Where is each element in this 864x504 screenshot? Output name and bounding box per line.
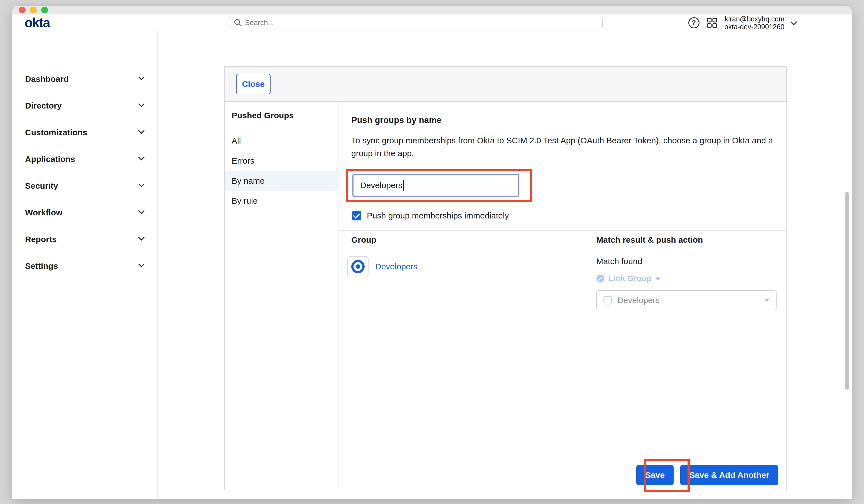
chevron-down-icon <box>791 19 797 25</box>
group-placeholder-icon <box>603 296 612 304</box>
annotation-input-highlight: Developers <box>346 169 532 202</box>
header-right-cluster: ? kiran@boxyhq.com okta-dev-20901260 <box>688 14 796 31</box>
page-title: Push groups by name <box>351 115 786 125</box>
help-icon[interactable]: ? <box>688 17 699 28</box>
sidebar-nav: Dashboard Directory Customizations Appli… <box>12 31 158 499</box>
chevron-down-icon <box>138 208 145 214</box>
table-header-row: Group Match result & push action <box>338 231 786 249</box>
account-email: kiran@boxyhq.com <box>724 15 784 23</box>
save-add-another-button[interactable]: Save & Add Another <box>680 465 778 485</box>
global-search[interactable] <box>229 17 603 28</box>
sidebar-item-directory[interactable]: Directory <box>12 92 157 119</box>
account-menu[interactable]: kiran@boxyhq.com okta-dev-20901260 <box>724 15 784 31</box>
link-group-dropdown[interactable]: Link Group <box>596 274 786 283</box>
match-cell: Match found <box>596 249 786 323</box>
subnav-item-by-rule[interactable]: By rule <box>225 191 338 211</box>
sidebar-item-customizations[interactable]: Customizations <box>12 119 157 146</box>
chevron-down-icon <box>138 234 145 241</box>
sidebar-item-dashboard[interactable]: Dashboard <box>12 66 157 92</box>
subnav-title: Pushed Groups <box>225 111 338 122</box>
caret-down-icon <box>764 299 769 302</box>
match-status-text: Match found <box>596 256 786 266</box>
app-header: okta ? kiran@boxyhq.com okta- <box>12 14 852 31</box>
link-icon <box>596 274 604 283</box>
sidebar-item-reports[interactable]: Reports <box>12 226 157 253</box>
panel-topbar: Close <box>225 67 786 102</box>
sidebar-item-applications[interactable]: Applications <box>12 146 157 172</box>
window-titlebar <box>12 5 852 14</box>
group-cell: Developers <box>338 249 596 277</box>
group-search-value: Developers <box>360 181 403 190</box>
search-icon <box>234 19 242 26</box>
link-group-label: Link Group <box>609 274 652 283</box>
search-input[interactable] <box>245 19 598 27</box>
sidebar-item-workflow[interactable]: Workflow <box>12 199 157 226</box>
app-body: Dashboard Directory Customizations Appli… <box>12 31 852 499</box>
push-by-name-panel: Push groups by name To sync group member… <box>338 102 786 490</box>
app-window: okta ? kiran@boxyhq.com okta- <box>12 5 852 499</box>
push-immediately-label: Push group memberships immediately <box>367 211 509 220</box>
group-search-input[interactable]: Developers <box>352 174 519 197</box>
close-button[interactable]: Close <box>236 74 271 94</box>
panel-description: To sync group memberships from Okta to S… <box>351 134 773 160</box>
group-name-link[interactable]: Developers <box>375 262 418 271</box>
account-org: okta-dev-20901260 <box>724 23 784 31</box>
subnav-item-errors[interactable]: Errors <box>225 151 338 171</box>
table-row: Developers Match found <box>338 249 786 323</box>
traffic-light-close-icon[interactable] <box>19 7 26 13</box>
caret-down-icon <box>656 277 661 280</box>
subnav-item-by-name[interactable]: By name <box>225 171 338 191</box>
linked-group-select[interactable]: Developers <box>596 290 777 310</box>
match-table: Group Match result & push action Develop… <box>338 230 786 323</box>
pushed-groups-panel: Close Pushed Groups All Errors By name B… <box>224 66 787 490</box>
main-content: Close Pushed Groups All Errors By name B… <box>158 31 852 499</box>
column-header-match: Match result & push action <box>596 235 703 244</box>
push-immediately-row: Push group memberships immediately <box>351 211 786 220</box>
save-button[interactable]: Save <box>636 465 674 485</box>
sidebar-item-security[interactable]: Security <box>12 172 157 199</box>
desktop-background: okta ? kiran@boxyhq.com okta- <box>0 0 864 504</box>
push-immediately-checkbox[interactable] <box>352 211 361 220</box>
vertical-scrollbar[interactable] <box>845 192 849 389</box>
chevron-down-icon <box>138 101 145 107</box>
apps-grid-icon[interactable] <box>707 17 717 28</box>
chevron-down-icon <box>138 74 145 81</box>
linked-group-value: Developers <box>617 296 660 305</box>
traffic-light-zoom-icon[interactable] <box>41 7 48 13</box>
traffic-light-minimize-icon[interactable] <box>30 7 37 13</box>
group-avatar <box>347 256 369 277</box>
chevron-down-icon <box>138 128 145 134</box>
text-cursor <box>403 180 404 191</box>
pushed-groups-subnav: Pushed Groups All Errors By name By rule <box>225 102 338 490</box>
column-header-group: Group <box>338 235 596 244</box>
chevron-down-icon <box>138 181 145 187</box>
panel-footer: Save Save & Add Another <box>338 460 786 490</box>
okta-group-icon <box>351 260 365 273</box>
chevron-down-icon <box>138 261 145 267</box>
sidebar-item-settings[interactable]: Settings <box>12 253 157 279</box>
chevron-down-icon <box>138 154 145 160</box>
subnav-item-all[interactable]: All <box>225 131 338 151</box>
okta-logo[interactable]: okta <box>24 15 50 30</box>
